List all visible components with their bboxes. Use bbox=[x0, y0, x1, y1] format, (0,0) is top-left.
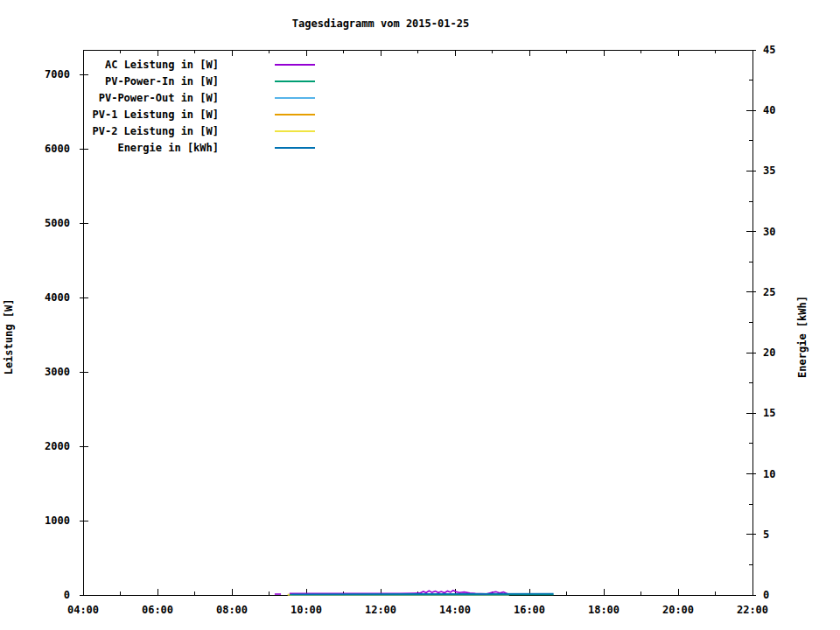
y-left-tick-label: 6000 bbox=[45, 143, 70, 155]
data-series bbox=[275, 591, 554, 595]
x-tick-label: 08:00 bbox=[216, 604, 248, 616]
x-tick-label: 20:00 bbox=[662, 604, 694, 616]
x-tick-label: 16:00 bbox=[514, 604, 545, 616]
y-right-tick-label: 20 bbox=[763, 346, 775, 359]
y-right-tick-label: 0 bbox=[763, 589, 769, 601]
y-right-tick-label: 35 bbox=[763, 164, 775, 177]
legend-label: PV-1 Leistung in [W] bbox=[93, 108, 220, 121]
legend-row: PV-1 Leistung in [W] bbox=[93, 108, 316, 121]
legend-row: AC Leistung in [W] bbox=[105, 59, 315, 71]
y-right-tick-label: 15 bbox=[763, 407, 775, 419]
legend-row: Energie in [kWh] bbox=[117, 142, 315, 154]
y-left-tick-label: 0 bbox=[64, 589, 70, 601]
legend-row: PV-Power-In in [W] bbox=[105, 75, 315, 88]
y-right-tick-label: 45 bbox=[763, 44, 775, 56]
chart-title: Tagesdiagramm vom 2015-01-25 bbox=[292, 18, 469, 30]
y-left-tick-label: 5000 bbox=[45, 217, 70, 229]
y-right-tick-label: 40 bbox=[763, 104, 775, 116]
legend-label: PV-2 Leistung in [W] bbox=[93, 125, 220, 137]
y-right-axis-label: Energie [kWh] bbox=[796, 296, 808, 378]
legend-label: PV-Power-In in [W] bbox=[105, 75, 219, 88]
y-right-tick-label: 5 bbox=[763, 528, 769, 541]
legend-row: PV-Power-Out in [W] bbox=[99, 92, 315, 104]
legend: AC Leistung in [W]PV-Power-In in [W]PV-P… bbox=[93, 59, 316, 154]
y-left-tick-label: 1000 bbox=[45, 514, 70, 527]
legend-label: Energie in [kWh] bbox=[117, 142, 219, 154]
series-line bbox=[291, 594, 554, 595]
legend-row: PV-2 Leistung in [W] bbox=[93, 125, 316, 137]
legend-label: AC Leistung in [W] bbox=[105, 59, 219, 71]
x-tick-label: 06:00 bbox=[142, 604, 173, 616]
x-tick-label: 12:00 bbox=[365, 604, 396, 616]
y-right-tick-label: 30 bbox=[763, 226, 775, 238]
x-tick-label: 14:00 bbox=[439, 604, 471, 616]
x-tick-label: 04:00 bbox=[67, 604, 99, 616]
legend-label: PV-Power-Out in [W] bbox=[99, 92, 219, 104]
y-left-tick-label: 3000 bbox=[45, 366, 70, 378]
x-tick-label: 22:00 bbox=[737, 604, 768, 616]
x-tick-label: 18:00 bbox=[588, 604, 620, 616]
y-left-tick-label: 7000 bbox=[45, 68, 70, 80]
x-tick-label: 10:00 bbox=[290, 604, 322, 616]
y-right-tick-label: 25 bbox=[763, 286, 775, 298]
tagesdiagramm-chart: Tagesdiagramm vom 2015-01-25 Leistung [W… bbox=[0, 0, 840, 630]
y-left-tick-label: 4000 bbox=[45, 291, 70, 304]
y-left-tick-label: 2000 bbox=[45, 440, 70, 452]
y-left-axis-label: Leistung [W] bbox=[3, 299, 15, 375]
y-right-tick-label: 10 bbox=[763, 468, 775, 480]
tagesdiagramm-page: Tagesdiagramm vom 2015-01-25 Leistung [W… bbox=[0, 0, 840, 630]
